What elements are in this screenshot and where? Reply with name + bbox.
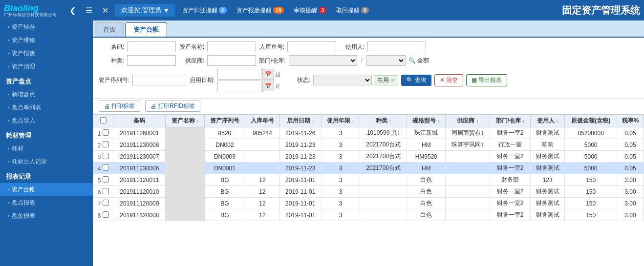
- checkbox-row[interactable]: [103, 164, 109, 171]
- main-layout: • 资产转存 • 资产维修 • 资产报废 • 资产清理 资产盘点 • 新增盘点 …: [0, 20, 644, 266]
- checkbox-all[interactable]: [100, 117, 107, 123]
- cell-spec: 白色: [407, 198, 446, 209]
- table-row[interactable]: 3 201911230007 DN0009 2019-11-23 3 20217…: [93, 151, 644, 163]
- select-dept[interactable]: [289, 55, 357, 66]
- bullet-icon: •: [8, 200, 10, 205]
- cell-years: 3: [321, 163, 360, 174]
- sidebar-item-repair[interactable]: • 资产维修: [0, 34, 93, 47]
- label-start-date: 启用日期:: [189, 76, 215, 84]
- sidebar-item-surplus-report[interactable]: • 盘盈报表: [0, 209, 93, 223]
- checkbox-row[interactable]: [103, 211, 109, 218]
- cell-supplier: [446, 186, 490, 198]
- table-row[interactable]: 8 201911120008 BG 12 2019-11-01 3 白色 财务一…: [93, 209, 644, 221]
- sidebar-item-scrap[interactable]: • 资产报废: [0, 47, 93, 60]
- cell-tax: 0.05: [617, 127, 644, 139]
- alert-btn-return[interactable]: 资产归还提醒 2: [179, 4, 230, 17]
- tab-asset-ledger[interactable]: 资产台帐: [125, 22, 167, 37]
- menu-button[interactable]: ☰: [83, 5, 95, 16]
- sidebar-item-transfer[interactable]: • 资产转存: [0, 20, 93, 34]
- alert-badge-review: 3: [319, 7, 326, 14]
- sidebar-item-asset-ledger[interactable]: • 资产台帐: [0, 183, 93, 196]
- sidebar-section-inventory: 资产盘点: [0, 73, 93, 88]
- welcome-button[interactable]: 欢迎您,管理员 ▼: [115, 4, 175, 17]
- sidebar-item-cleanup[interactable]: • 资产清理: [0, 60, 93, 73]
- table-row[interactable]: 6 201911120010 BG 12 2019-11-01 3 白色 财务一…: [93, 186, 644, 198]
- cal-btn-end[interactable]: 📅: [262, 81, 274, 91]
- alert-btn-review[interactable]: 审核提醒 3: [291, 4, 329, 17]
- cell-date: 2019-11-26: [279, 127, 321, 139]
- checkbox-row[interactable]: [103, 129, 109, 136]
- table-row[interactable]: 5 201911120011 BG 12 2019-11-01 3 白色 财务部…: [93, 174, 644, 186]
- export-button[interactable]: ▦ 导出报表: [466, 74, 507, 86]
- alert-label-review: 审核提醒: [294, 6, 317, 15]
- system-title: 固定资产管理系统: [562, 4, 640, 17]
- sidebar-item-inventory-report[interactable]: • 盘点报表: [0, 196, 93, 209]
- bullet-icon: •: [8, 118, 10, 123]
- table-row[interactable]: 1 201911260001 8520 985244 2019-11-26 3 …: [93, 127, 644, 139]
- input-user[interactable]: [367, 41, 426, 52]
- sidebar-item-inventory-list[interactable]: • 盘点单列表: [0, 101, 93, 114]
- checkbox-row[interactable]: [103, 200, 109, 206]
- alert-btn-recall[interactable]: 取回提醒 0: [333, 4, 372, 17]
- input-serial-no[interactable]: [132, 75, 186, 85]
- checkbox-row[interactable]: [103, 141, 109, 147]
- sidebar-item-consumables-record[interactable]: • 耗材出入记录: [0, 155, 93, 168]
- sidebar-item-new-inventory[interactable]: • 新增盘点: [0, 88, 93, 101]
- checkbox-row[interactable]: [103, 176, 109, 183]
- status-tag-close[interactable]: ✕: [390, 77, 395, 83]
- col-category[interactable]: 种类 ↕: [360, 115, 407, 127]
- col-select-all[interactable]: [93, 115, 113, 127]
- alert-btn-scrap[interactable]: 资产报废提醒 28: [234, 4, 287, 17]
- cell-dept: 行政一室: [490, 139, 531, 151]
- search-button[interactable]: 🔍 查询: [401, 75, 431, 86]
- col-date[interactable]: 启用日期 ↕: [279, 115, 321, 127]
- sidebar-item-inventory-import[interactable]: • 盘点导入: [0, 114, 93, 127]
- cell-supplier: [446, 163, 490, 174]
- label-storage-no: 入库单号:: [259, 43, 284, 51]
- table-row[interactable]: 2 201911230008 DN002 2019-11-23 3 202170…: [93, 139, 644, 151]
- checkbox-row[interactable]: [103, 153, 109, 159]
- checkbox-row[interactable]: [103, 188, 109, 194]
- table-row[interactable]: 7 201911120009 BG 12 2019-11-01 3 白色 财务一…: [93, 198, 644, 209]
- clear-label: 清空: [446, 76, 458, 84]
- sidebar-item-consumables[interactable]: • 耗材: [0, 142, 93, 155]
- tab-home[interactable]: 首页: [95, 22, 124, 37]
- cal-btn-start[interactable]: 📅: [262, 69, 274, 80]
- cell-price: 85200000: [565, 127, 617, 139]
- cell-spec: 白色: [407, 186, 446, 198]
- cell-user: 123: [531, 174, 565, 186]
- select-dept2[interactable]: [366, 55, 406, 66]
- input-date-start[interactable]: [217, 69, 261, 80]
- all-btn[interactable]: 🔍 全部: [408, 57, 429, 65]
- print-rfid-button[interactable]: 🖨 打印RFID标签: [145, 101, 200, 112]
- col-dept[interactable]: 部门/仓库 ↕: [490, 115, 531, 127]
- cell-name: [166, 186, 204, 198]
- alert-label-recall: 取回提醒: [336, 6, 360, 15]
- back-button[interactable]: ❮: [66, 5, 79, 16]
- clear-button[interactable]: ✕ 清空: [434, 74, 463, 86]
- col-spec[interactable]: 规格型号 ↕: [407, 115, 446, 127]
- input-date-end[interactable]: [217, 81, 261, 91]
- close-button[interactable]: ✕: [99, 5, 111, 16]
- cell-supplier: [446, 209, 490, 221]
- label-status: 状态:: [285, 76, 310, 84]
- input-supplier[interactable]: [207, 55, 256, 66]
- input-asset-name[interactable]: [207, 41, 256, 52]
- select-status[interactable]: [313, 75, 372, 85]
- label-barcode: 条码:: [99, 43, 124, 51]
- col-name[interactable]: 资产名称 ↕: [166, 115, 204, 127]
- input-barcode[interactable]: [127, 41, 176, 52]
- table-row[interactable]: 4 201911230006 DN0001 2019-11-23 3 20217…: [93, 163, 644, 174]
- col-user[interactable]: 使用人 ↕: [531, 115, 565, 127]
- input-storage-no[interactable]: [287, 41, 336, 52]
- print-label-button[interactable]: 🖨 打印标签: [99, 101, 140, 112]
- cell-name: [166, 127, 204, 139]
- sidebar-label-inventory-list: 盘点单列表: [12, 103, 41, 112]
- bullet-icon: •: [8, 159, 10, 164]
- label-user: 使用人:: [339, 43, 365, 51]
- dropdown-icon: ▼: [163, 7, 170, 14]
- col-years[interactable]: 使用年限 ↕: [321, 115, 360, 127]
- sidebar-label-surplus-report: 盘盈报表: [12, 212, 35, 220]
- col-supplier[interactable]: 供应商 ↕: [446, 115, 490, 127]
- input-category[interactable]: [127, 55, 176, 66]
